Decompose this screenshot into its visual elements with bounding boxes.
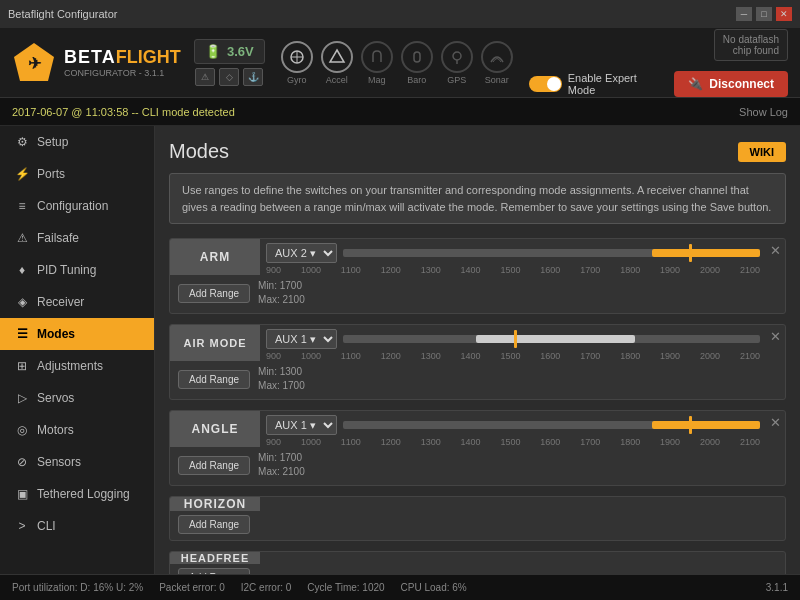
header: ✈ BETA FLIGHT CONFIGURATOR - 3.1.1 🔋 3.6…: [0, 28, 800, 98]
sidebar-item-label: Adjustments: [37, 359, 103, 373]
angle-close-button[interactable]: ✕: [766, 411, 785, 447]
sidebar-item-label: Ports: [37, 167, 65, 181]
info-text: Use ranges to define the switches on you…: [182, 184, 771, 213]
maximize-button[interactable]: □: [756, 7, 772, 21]
wiki-button[interactable]: WIKI: [738, 142, 786, 162]
sensor-mag: Mag: [361, 41, 393, 85]
port-util: Port utilization: D: 16% U: 2%: [12, 582, 143, 593]
sidebar-item-cli[interactable]: > CLI: [0, 510, 154, 542]
baro-icon: [401, 41, 433, 73]
warn-icon-3: ⚓: [243, 68, 263, 86]
expert-mode-label: Enable Expert Mode: [568, 72, 665, 96]
cpu-load: CPU Load: 6%: [401, 582, 467, 593]
status-bar: 2017-06-07 @ 11:03:58 -- CLI mode detect…: [0, 98, 800, 126]
warn-icon-1: ⚠: [195, 68, 215, 86]
sidebar-item-label: CLI: [37, 519, 56, 533]
info-box: Use ranges to define the switches on you…: [169, 173, 786, 224]
sidebar-item-setup[interactable]: ⚙ Setup: [0, 126, 154, 158]
toggle-switch[interactable]: [529, 76, 562, 92]
sonar-icon: [481, 41, 513, 73]
svg-text:✈: ✈: [28, 55, 42, 72]
page-title: Modes: [169, 140, 229, 163]
no-dataflash-box: No dataflash chip found: [714, 29, 788, 61]
no-dataflash-text: No dataflash chip found: [723, 34, 779, 56]
sensor-baro: Baro: [401, 41, 433, 85]
mode-horizon: HORIZON Add Range: [169, 496, 786, 541]
close-button[interactable]: ✕: [776, 7, 792, 21]
cycle-time: Cycle Time: 1020: [307, 582, 384, 593]
minimize-button[interactable]: ─: [736, 7, 752, 21]
sidebar-item-servos[interactable]: ▷ Servos: [0, 382, 154, 414]
headfree-label: HEADFREE: [170, 552, 260, 564]
logo-text: BETA FLIGHT CONFIGURATOR - 3.1.1: [64, 47, 181, 78]
sidebar-item-label: PID Tuning: [37, 263, 96, 277]
angle-aux-select[interactable]: AUX 1 ▾: [266, 415, 337, 435]
svg-marker-5: [330, 50, 344, 62]
sidebar-item-motors[interactable]: ◎ Motors: [0, 414, 154, 446]
headfree-add-range[interactable]: Add Range: [178, 568, 250, 574]
disconnect-button[interactable]: 🔌 Disconnect: [674, 71, 788, 97]
arm-aux-select[interactable]: AUX 2 ▾: [266, 243, 337, 263]
arm-add-range[interactable]: Add Range: [178, 284, 250, 303]
gps-label: GPS: [447, 75, 466, 85]
adjustments-icon: ⊞: [15, 359, 29, 373]
sidebar-item-sensors[interactable]: ⊘ Sensors: [0, 446, 154, 478]
horizon-add-range[interactable]: Add Range: [178, 515, 250, 534]
sidebar-item-failsafe[interactable]: ⚠ Failsafe: [0, 222, 154, 254]
ports-icon: ⚡: [15, 167, 29, 181]
main-layout: ⚙ Setup ⚡ Ports ≡ Configuration ⚠ Failsa…: [0, 126, 800, 574]
battery-display: 🔋 3.6V: [194, 39, 265, 64]
servos-icon: ▷: [15, 391, 29, 405]
sidebar-item-ports[interactable]: ⚡ Ports: [0, 158, 154, 190]
page-title-row: Modes WIKI: [169, 140, 786, 163]
mode-air: AIR MODE AUX 1 ▾ 900100011001200130: [169, 324, 786, 400]
warning-icons: ⚠ ◇ ⚓: [195, 68, 263, 86]
modes-icon: ☰: [15, 327, 29, 341]
i2c-error: I2C error: 0: [241, 582, 292, 593]
sidebar-item-label: Tethered Logging: [37, 487, 130, 501]
sensor-gyro: Gyro: [281, 41, 313, 85]
battery-area: 🔋 3.6V ⚠ ◇ ⚓: [194, 39, 265, 86]
setup-icon: ⚙: [15, 135, 29, 149]
sidebar-item-adjustments[interactable]: ⊞ Adjustments: [0, 350, 154, 382]
mode-headfree: HEADFREE Add Range: [169, 551, 786, 574]
svg-point-7: [453, 52, 461, 60]
show-log-button[interactable]: Show Log: [739, 106, 788, 118]
logo-flight: FLIGHT: [116, 47, 181, 68]
config-icon: ≡: [15, 199, 29, 213]
arm-close-button[interactable]: ✕: [766, 239, 785, 275]
cli-icon: >: [15, 519, 29, 533]
air-add-range[interactable]: Add Range: [178, 370, 250, 389]
sidebar-item-pid-tuning[interactable]: ♦ PID Tuning: [0, 254, 154, 286]
angle-minmax: Min: 1700Max: 2100: [258, 451, 305, 479]
arm-label: ARM: [170, 239, 260, 275]
receiver-icon: ◈: [15, 295, 29, 309]
mode-arm: ARM AUX 2 ▾ 90010001100120013001400: [169, 238, 786, 314]
air-aux-select[interactable]: AUX 1 ▾: [266, 329, 337, 349]
sidebar-item-receiver[interactable]: ◈ Receiver: [0, 286, 154, 318]
sidebar-item-label: Motors: [37, 423, 74, 437]
logo-area: ✈ BETA FLIGHT CONFIGURATOR - 3.1.1: [12, 41, 178, 85]
expert-mode-toggle[interactable]: Enable Expert Mode: [529, 72, 665, 96]
sidebar: ⚙ Setup ⚡ Ports ≡ Configuration ⚠ Failsa…: [0, 126, 155, 574]
angle-label: ANGLE: [170, 411, 260, 447]
title-bar-controls: ─ □ ✕: [736, 7, 792, 21]
angle-add-range[interactable]: Add Range: [178, 456, 250, 475]
header-right: No dataflash chip found Enable Expert Mo…: [529, 29, 788, 97]
mag-icon: [361, 41, 393, 73]
sidebar-item-tethered-logging[interactable]: ▣ Tethered Logging: [0, 478, 154, 510]
sensor-icons: Gyro Accel Mag Baro GPS: [281, 41, 513, 85]
sidebar-item-label: Servos: [37, 391, 74, 405]
tethered-icon: ▣: [15, 487, 29, 501]
sidebar-item-configuration[interactable]: ≡ Configuration: [0, 190, 154, 222]
sonar-label: Sonar: [485, 75, 509, 85]
arm-minmax: Min: 1700Max: 2100: [258, 279, 305, 307]
air-close-button[interactable]: ✕: [766, 325, 785, 361]
warn-icon-2: ◇: [219, 68, 239, 86]
failsafe-icon: ⚠: [15, 231, 29, 245]
svg-rect-6: [414, 52, 420, 62]
sensors-icon: ⊘: [15, 455, 29, 469]
sidebar-item-label: Failsafe: [37, 231, 79, 245]
usb-icon: 🔌: [688, 77, 703, 91]
sidebar-item-modes[interactable]: ☰ Modes: [0, 318, 154, 350]
